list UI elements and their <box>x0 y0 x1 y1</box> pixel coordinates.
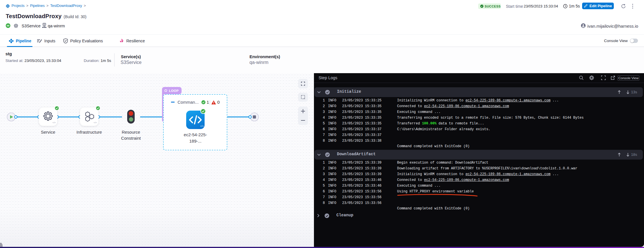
svg-text:</>: </> <box>200 125 204 128</box>
svg-text:</>: </> <box>94 121 97 124</box>
svg-text:</>: </> <box>52 121 56 124</box>
